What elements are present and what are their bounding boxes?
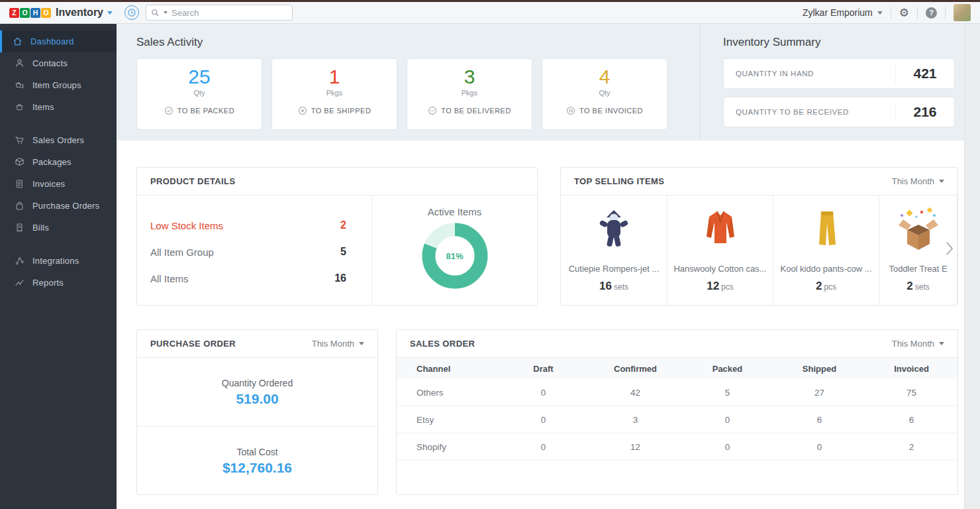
person-icon [14, 58, 25, 69]
search-input[interactable] [172, 8, 288, 18]
card-unit: Pkgs [462, 89, 477, 97]
carousel-next-icon[interactable] [943, 235, 956, 262]
sidebar-item-dashboard[interactable]: Dashboard [0, 30, 117, 52]
sidebar-item-contacts[interactable]: Contacts [0, 52, 117, 74]
metric-value: 519.00 [236, 391, 278, 407]
row-value: 421 [896, 66, 954, 82]
sidebar-item-label: Reports [32, 278, 64, 288]
cell: 0 [497, 415, 589, 425]
sidebar-item-item-groups[interactable]: Item Groups [0, 74, 117, 96]
card-value: 1 [329, 66, 340, 88]
panel-title: PRODUCT DETAILS [150, 176, 236, 186]
sidebar-item-items[interactable]: Items [0, 96, 117, 118]
org-switcher[interactable]: Zylkar Emporium [803, 7, 883, 18]
zoho-logo: Z O H O [9, 8, 51, 18]
sidebar-item-reports[interactable]: Reports [0, 272, 117, 294]
metric-value: $12,760.16 [222, 460, 292, 476]
quantity-to-be-received-row[interactable]: QUANTITY TO BE RECEIVED 216 [723, 97, 955, 127]
sidebar-item-bills[interactable]: Bills [0, 217, 117, 239]
to-be-delivered-card[interactable]: 3 Pkgs TO BE DELIVERED [407, 58, 532, 130]
cell: 0 [497, 388, 589, 398]
donut-title: Active Items [428, 206, 482, 217]
card-label: TO BE DELIVERED [441, 107, 511, 115]
summary-band: Sales Activity 25 Qty TO BE PACKED 1 Pkg… [117, 24, 964, 141]
search-box[interactable] [146, 5, 293, 21]
cell: 75 [865, 388, 957, 398]
sidebar-item-packages[interactable]: Packages [0, 151, 117, 173]
sidebar-item-integrations[interactable]: Integrations [0, 250, 117, 272]
panel-title: SALES ORDER [410, 339, 475, 349]
sidebar-item-invoices[interactable]: Invoices [0, 173, 117, 195]
sidebar-item-purchase-orders[interactable]: Purchase Orders [0, 195, 117, 217]
channel-cell: Shopify [397, 442, 497, 452]
sidebar-item-label: Sales Orders [32, 135, 84, 145]
sales-order-table: Channel Draft Confirmed Packed Shipped I… [397, 358, 957, 461]
box-image [889, 201, 948, 264]
low-stock-items-row[interactable]: Low Stock Items 2 [150, 212, 358, 239]
table-row[interactable]: Etsy 0 3 0 6 6 [397, 406, 957, 433]
quantity-in-hand-row[interactable]: QUANTITY IN HAND 421 [723, 58, 955, 89]
target-circle-icon [298, 106, 307, 115]
gear-icon[interactable]: ⚙ [899, 7, 909, 19]
to-be-invoiced-card[interactable]: 4 Qty TO BE INVOICED [542, 58, 667, 130]
all-item-group-row[interactable]: All Item Group 5 [150, 239, 358, 265]
sidebar-item-label: Packages [32, 157, 72, 167]
cell: 0 [497, 442, 589, 452]
search-icon [151, 9, 160, 17]
history-icon[interactable] [124, 5, 139, 20]
total-cost-metric: Total Cost $12,760.16 [137, 427, 377, 495]
item-qty: 16 [599, 280, 612, 292]
romper-image [584, 201, 644, 264]
period-dropdown[interactable]: This Month [312, 339, 364, 349]
cart-icon [14, 135, 25, 146]
metric-label: Quantity Ordered [222, 378, 293, 388]
all-items-row[interactable]: All Items 16 [150, 265, 358, 292]
separator [891, 7, 891, 19]
item-name: Cutiepie Rompers-jet ... [569, 264, 660, 274]
table-row[interactable]: Others 0 42 5 27 75 [397, 379, 957, 406]
bag-icon [14, 200, 25, 211]
invoice-circle-icon [566, 106, 575, 115]
sidebar-item-sales-orders[interactable]: Sales Orders [0, 129, 117, 151]
org-name: Zylkar Emporium [803, 7, 873, 18]
chevron-down-icon [877, 11, 883, 15]
item-qty: 2 [816, 280, 822, 292]
package-icon [14, 156, 25, 168]
item-unit: pcs [824, 282, 836, 292]
top-selling-item[interactable]: Cutiepie Rompers-jet ... 16sets [561, 196, 667, 306]
zoho-brand[interactable]: Z O H O Inventory [0, 7, 117, 19]
to-be-shipped-card[interactable]: 1 Pkgs TO BE SHIPPED [271, 58, 397, 130]
period-dropdown[interactable]: This Month [892, 339, 944, 349]
help-icon[interactable] [926, 7, 937, 19]
card-unit: Qty [599, 89, 610, 97]
cell: 3 [589, 415, 681, 425]
bill-icon [14, 222, 25, 233]
separator [945, 7, 946, 19]
item-unit: pcs [721, 282, 734, 292]
chevron-down-icon[interactable] [107, 11, 113, 15]
column-header: Shipped [773, 364, 865, 374]
item-icon [14, 101, 25, 113]
separator [917, 7, 918, 19]
inventory-summary-title: Inventory Summary [723, 36, 820, 49]
chevron-down-icon [939, 180, 944, 183]
product-details-panel: PRODUCT DETAILS Low Stock Items 2 All It… [136, 167, 538, 306]
search-category-caret-icon[interactable] [164, 11, 168, 14]
top-selling-item[interactable]: Hanswooly Cotton cas... 12pcs [667, 196, 773, 306]
sidebar-item-label: Bills [32, 223, 49, 233]
topbar-right: Zylkar Emporium ⚙ [803, 4, 980, 21]
user-avatar[interactable] [954, 4, 971, 21]
card-label: TO BE PACKED [177, 107, 234, 115]
chevron-down-icon [359, 342, 364, 345]
invoice-icon [14, 178, 25, 190]
cell: 0 [773, 442, 865, 452]
period-dropdown[interactable]: This Month [892, 176, 944, 186]
period-label: This Month [892, 339, 934, 349]
scrollbar[interactable] [964, 24, 980, 509]
row-value: 16 [334, 272, 358, 284]
period-label: This Month [892, 176, 934, 186]
table-row[interactable]: Shopify 0 12 0 0 2 [397, 433, 957, 461]
top-selling-item[interactable]: Kool kiddo pants-cow ... 2pcs [773, 196, 879, 306]
reports-icon [14, 277, 25, 288]
to-be-packed-card[interactable]: 25 Qty TO BE PACKED [136, 58, 262, 130]
